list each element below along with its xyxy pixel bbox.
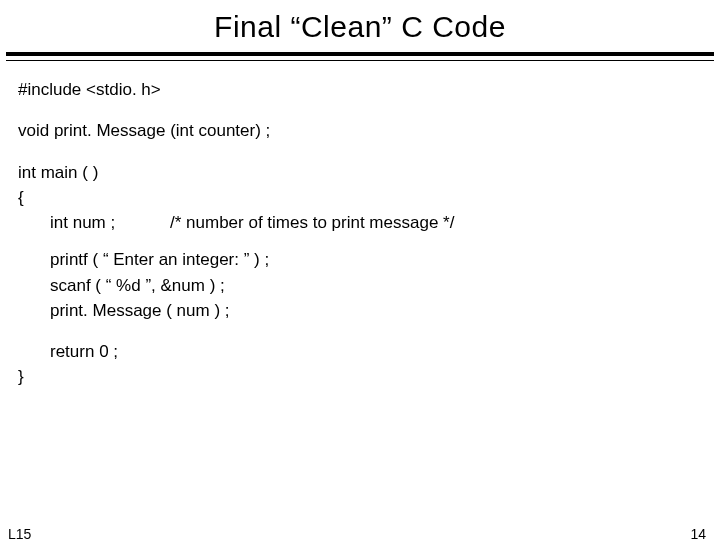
code-line-vardecl: int num ; (50, 212, 170, 233)
code-line-printf: printf ( “ Enter an integer: ” ) ; (18, 249, 708, 270)
code-line-main: int main ( ) (18, 162, 708, 183)
code-line-brace-open: { (18, 187, 708, 208)
code-line-vardecl-row: int num ; /* number of times to print me… (18, 212, 708, 233)
code-line-prototype: void print. Message (int counter) ; (18, 120, 708, 141)
code-line-scanf: scanf ( “ %d ”, &num ) ; (18, 275, 708, 296)
footer-right: 14 (690, 526, 706, 540)
code-line-varcomment: /* number of times to print message */ (170, 212, 454, 233)
slide-title: Final “Clean” C Code (0, 10, 720, 44)
code-line-include: #include <stdio. h> (18, 79, 708, 100)
footer-left: L15 (8, 526, 31, 540)
code-line-call: print. Message ( num ) ; (18, 300, 708, 321)
code-line-return: return 0 ; (18, 341, 708, 362)
code-line-brace-close: } (18, 366, 708, 387)
slide: Final “Clean” C Code #include <stdio. h>… (0, 10, 720, 540)
code-body: #include <stdio. h> void print. Message … (0, 61, 720, 388)
divider-thick (6, 52, 714, 56)
